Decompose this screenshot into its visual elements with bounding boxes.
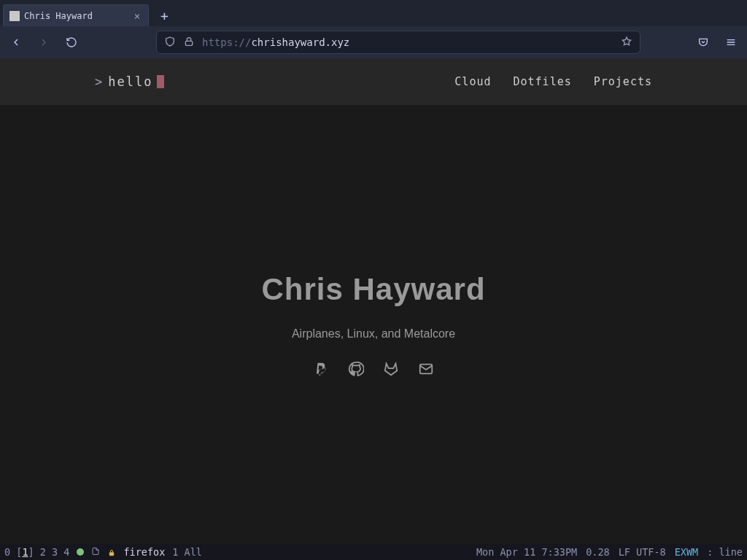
buffer-name[interactable]: firefox [123,546,165,558]
web-page: > hello Cloud Dotfiles Projects Chris Ha… [0,58,747,544]
browser-chrome: Chris Hayward × + https://chrishayward.x… [0,0,747,58]
nav-projects[interactable]: Projects [594,75,652,88]
reload-button[interactable] [63,34,80,51]
clock: Mon Apr 11 7:33PM [476,546,577,558]
close-tab-icon[interactable]: × [132,11,142,21]
forward-button[interactable] [35,34,53,51]
hero-tagline: Airplanes, Linux, and Metalcore [292,327,455,341]
load-average: 0.28 [586,546,610,558]
lock-icon[interactable] [183,36,195,50]
browser-tab[interactable]: Chris Hayward × [3,4,149,26]
app-menu-button[interactable] [722,34,740,51]
social-links [313,361,434,377]
paypal-icon[interactable] [313,361,329,377]
favicon-icon [9,11,20,21]
modeline-tail: : line [707,546,743,558]
browser-toolbar: https://chrishayward.xyz [0,26,747,58]
site-header: > hello Cloud Dotfiles Projects [0,58,747,105]
svg-rect-2 [109,553,114,556]
logo-text: hello [108,74,152,89]
hero-title: Chris Hayward [261,272,485,307]
major-mode: EXWM [675,546,699,558]
nav-dotfiles[interactable]: Dotfiles [514,75,572,88]
file-icon [91,546,100,558]
nav-cloud[interactable]: Cloud [454,75,491,88]
encoding: LF UTF-8 [619,546,666,558]
site-logo[interactable]: > hello [95,74,164,89]
status-dot-icon [77,548,84,556]
hero-section: Chris Hayward Airplanes, Linux, and Meta… [0,105,747,544]
emacs-modeline: 0 [1] 2 3 4 firefox 1 All Mon Apr 11 7:3… [0,544,747,560]
pocket-button[interactable] [694,34,712,51]
tab-title: Chris Hayward [24,11,128,21]
readonly-lock-icon [107,546,116,558]
svg-rect-0 [185,41,192,45]
back-button[interactable] [7,34,25,51]
logo-prompt: > [95,74,104,89]
new-tab-button[interactable]: + [153,4,176,26]
site-nav: Cloud Dotfiles Projects [454,75,652,88]
gitlab-icon[interactable] [383,361,399,377]
url-text: https://chrishayward.xyz [202,36,614,48]
workspace-indicator[interactable]: 0 [1] 2 3 4 [4,546,69,558]
buffer-position: 1 All [172,546,202,558]
github-icon[interactable] [348,361,364,377]
mail-icon[interactable] [418,361,434,377]
tab-bar: Chris Hayward × + [0,0,747,26]
logo-cursor-icon [157,75,164,88]
url-bar[interactable]: https://chrishayward.xyz [156,31,640,54]
shield-icon[interactable] [164,36,176,50]
bookmark-star-icon[interactable] [621,36,632,50]
